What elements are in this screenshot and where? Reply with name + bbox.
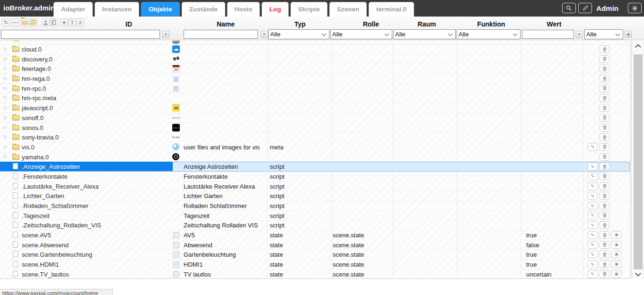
- edit-object-button[interactable]: ✎: [588, 202, 598, 209]
- tab[interactable]: terminal.0: [369, 2, 414, 17]
- delete-object-button[interactable]: [600, 153, 609, 161]
- delete-object-button[interactable]: [600, 45, 609, 53]
- state-settings-button[interactable]: [611, 231, 621, 239]
- expand-arrow-icon[interactable]: ▷: [4, 144, 7, 149]
- table-row[interactable]: ▷ hm-rpc.0: [0, 84, 630, 94]
- id-filter-input[interactable]: [1, 30, 160, 39]
- raum-filter-select[interactable]: Alle: [394, 30, 455, 39]
- delete-object-button[interactable]: [600, 85, 609, 92]
- name-filter-clear-button[interactable]: ×: [261, 31, 268, 38]
- delete-object-button[interactable]: [600, 221, 609, 229]
- expand-arrow-icon[interactable]: ▷: [4, 115, 7, 120]
- table-row[interactable]: ▷ sonos.0: [0, 123, 630, 133]
- expand-arrow-icon[interactable]: ▷: [4, 154, 7, 159]
- tab[interactable]: Zustände: [182, 2, 225, 17]
- state-settings-button[interactable]: [611, 251, 621, 258]
- delete-object-button[interactable]: [600, 182, 609, 190]
- filter-settings-button[interactable]: [625, 31, 632, 38]
- expand-arrow-icon[interactable]: ▷: [4, 76, 7, 80]
- id-filter-clear-button[interactable]: ×: [162, 31, 169, 38]
- table-row[interactable]: .Tageszeit Tageszeit script ✎: [0, 211, 630, 221]
- tab[interactable]: Hosts: [227, 2, 260, 17]
- delete-object-button[interactable]: [600, 104, 609, 112]
- table-row[interactable]: .Rolladen_Schlafzimmer Rolladen Schlafzi…: [0, 201, 630, 211]
- table-row[interactable]: scene.HDMI1 HDMI1 state scene.state true…: [0, 260, 630, 269]
- import-export-button[interactable]: ±: [76, 18, 84, 26]
- delete-object-button[interactable]: [600, 55, 609, 63]
- scrollbar-thumb[interactable]: [634, 54, 643, 269]
- delete-object-button[interactable]: [600, 75, 609, 82]
- table-row[interactable]: ▷ hm-rega.0: [0, 74, 630, 84]
- delete-object-button[interactable]: [600, 192, 609, 200]
- collapse-all-button[interactable]: [21, 18, 29, 26]
- table-row[interactable]: ▷ vis.0 user files and images for vis me…: [0, 142, 630, 152]
- edit-object-button[interactable]: ✎: [588, 251, 598, 258]
- delete-object-button[interactable]: [600, 260, 609, 268]
- delete-object-button[interactable]: [600, 212, 609, 219]
- state-settings-button[interactable]: [611, 241, 621, 249]
- delete-object-button[interactable]: [600, 202, 609, 209]
- tab[interactable]: Objekte: [141, 2, 180, 17]
- table-row[interactable]: .Lichter_Garten Lichter Garten script ✎: [0, 191, 630, 201]
- delete-object-button[interactable]: [600, 124, 609, 131]
- state-settings-button[interactable]: [611, 260, 621, 268]
- delete-object-button[interactable]: [600, 65, 609, 72]
- edit-object-button[interactable]: ✎: [588, 192, 598, 200]
- edit-object-button[interactable]: ✎: [588, 143, 598, 151]
- tab[interactable]: Log: [262, 2, 289, 17]
- delete-object-button[interactable]: [600, 133, 609, 141]
- table-row[interactable]: ▷ feiertage.0: [0, 64, 630, 74]
- edit-config-button[interactable]: [578, 3, 592, 13]
- table-row[interactable]: ▷ sony-bravia.0: [0, 132, 630, 142]
- edit-object-button[interactable]: ✎: [588, 270, 598, 278]
- expand-arrow-icon[interactable]: ▷: [4, 66, 7, 70]
- delete-object-button[interactable]: [600, 173, 609, 180]
- scroll-up-arrow[interactable]: [636, 44, 640, 48]
- delete-object-button[interactable]: [600, 114, 609, 121]
- delete-object-button[interactable]: [600, 231, 609, 239]
- list-view-button[interactable]: [11, 18, 19, 26]
- delete-object-button[interactable]: [600, 270, 609, 278]
- edit-object-button[interactable]: ✎: [588, 231, 598, 239]
- tab[interactable]: Instanzen: [95, 2, 139, 17]
- table-row[interactable]: ▷ cloud.0: [0, 44, 630, 54]
- upload-button[interactable]: ↥: [68, 18, 76, 26]
- expand-arrow-icon[interactable]: ▷: [4, 125, 7, 130]
- table-row[interactable]: scene.Abwesend Abwesend state scene.stat…: [0, 240, 630, 250]
- table-row[interactable]: ▷ javascript.0: [0, 103, 630, 113]
- refresh-button[interactable]: ↻: [2, 18, 10, 26]
- expand-arrow-icon[interactable]: ▷: [4, 86, 7, 90]
- edit-object-button[interactable]: ✎: [588, 241, 598, 249]
- state-settings-button[interactable]: [611, 270, 621, 278]
- table-row[interactable]: scene.AV5 AV5 state scene.state true ✎: [0, 230, 630, 240]
- expand-arrow-icon[interactable]: ▷: [4, 105, 7, 110]
- wert-filter-input[interactable]: [522, 30, 574, 39]
- typ-filter-select[interactable]: Alle: [269, 30, 329, 39]
- tab[interactable]: Skripte: [291, 2, 327, 17]
- table-row[interactable]: [0, 41, 630, 44]
- table-row[interactable]: scene.Gartenbeleuchtung Gartenbeleuchtun…: [0, 250, 630, 260]
- edit-object-button[interactable]: ✎: [588, 173, 598, 180]
- tab[interactable]: Adapter: [53, 2, 93, 17]
- rolle-filter-select[interactable]: Alle: [331, 30, 392, 39]
- expand-arrow-icon[interactable]: ▷: [4, 46, 7, 51]
- table-row[interactable]: ▷ hm-rpc.meta: [0, 93, 630, 103]
- tab[interactable]: Szenen: [329, 2, 367, 17]
- table-row[interactable]: .Zeitschaltung_Rolladen_VIS Zeitschaltun…: [0, 220, 630, 230]
- delete-object-button[interactable]: [600, 163, 609, 170]
- expand-arrow-icon[interactable]: ▷: [4, 56, 7, 61]
- table-row[interactable]: .Fensterkontakte Fensterkontakte script …: [0, 172, 630, 182]
- funktion-filter-select[interactable]: Alle: [457, 30, 520, 39]
- expand-all-button[interactable]: [29, 18, 37, 26]
- table-row[interactable]: ▷ discovery.0: [0, 54, 630, 64]
- edit-object-button[interactable]: ✎: [588, 163, 598, 170]
- wert-filter-clear-button[interactable]: ×: [576, 31, 583, 38]
- docs-button[interactable]: [50, 18, 58, 26]
- search-button[interactable]: [562, 3, 576, 13]
- table-row[interactable]: scene.TV_lautlos TV lautlos state scene.…: [0, 269, 630, 279]
- table-row[interactable]: ▷ yamaha.0: [0, 152, 630, 162]
- add-object-button[interactable]: +: [60, 18, 68, 26]
- expand-arrow-icon[interactable]: ▷: [4, 95, 7, 100]
- settings-button[interactable]: [628, 3, 642, 13]
- delete-object-button[interactable]: [600, 251, 609, 258]
